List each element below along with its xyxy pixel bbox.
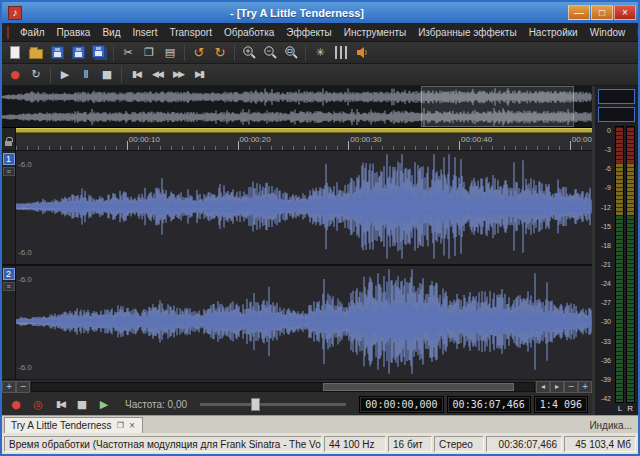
pause-button[interactable]: Ⅱ	[76, 66, 96, 84]
horizontal-scrollbar[interactable]	[31, 382, 535, 392]
menu-item-4[interactable]: Transport	[163, 25, 217, 40]
channel-2-menu-icon[interactable]: ≡	[3, 282, 15, 291]
play-icon: ▶	[61, 69, 69, 80]
level-meter-panel: 0-3-6-9-12-15-18-21-24-27-30-33-36-39-42…	[592, 86, 638, 415]
go-to-start-control-button[interactable]: ▮◀	[50, 395, 70, 413]
record-button[interactable]: ●	[5, 66, 25, 84]
play-icon: ▶	[100, 399, 108, 410]
speaker-icon	[355, 45, 370, 60]
meter-channel-box-1[interactable]	[598, 89, 635, 104]
menu-item-10[interactable]: Window	[584, 25, 632, 40]
frequency-slider[interactable]	[200, 403, 346, 406]
cut-button[interactable]: ✂	[118, 44, 138, 62]
undo-button[interactable]: ↺	[189, 44, 209, 62]
lock-icon[interactable]	[5, 141, 12, 146]
channel-1-wave-area[interactable]: -6.0 -∞ -6.0	[16, 151, 592, 264]
menu-item-7[interactable]: Инструменты	[338, 25, 412, 40]
minimize-button[interactable]: —	[568, 5, 590, 20]
meter-panel-tab[interactable]: Индика...	[589, 420, 636, 433]
menu-item-2[interactable]: Вид	[96, 25, 126, 40]
mixer-button[interactable]	[331, 44, 351, 62]
meter-channel-box-2[interactable]	[598, 107, 635, 122]
time-ruler[interactable]: 00:00:1000:00:2000:00:3000:00:4000:00:50	[2, 133, 592, 151]
channel-1: 1 ≡ -6.0 -∞ -6.0	[2, 151, 592, 264]
go-to-start-button[interactable]: ▮◀	[126, 66, 146, 84]
stop-button[interactable]: ■	[97, 66, 117, 84]
channel-1-badge[interactable]: 1	[3, 153, 15, 165]
zoom-in-small-button[interactable]: +	[2, 381, 16, 393]
menu-item-1[interactable]: Правка	[51, 25, 97, 40]
overview-view-window[interactable]	[421, 86, 574, 127]
stop-control-button[interactable]: ■	[72, 395, 92, 413]
channels-container: 1 ≡ -6.0 -∞ -6.0 2 ≡	[2, 151, 592, 379]
frequency-slider-handle[interactable]	[251, 398, 260, 411]
go-to-start-icon: ▮◀	[132, 70, 140, 79]
zoom-in-h-button[interactable]: +	[578, 381, 592, 393]
document-icon[interactable]	[7, 26, 9, 39]
properties-button[interactable]: ✳	[310, 44, 330, 62]
zoom-out-small-button[interactable]: −	[16, 381, 30, 393]
scroll-right-button[interactable]: ▸	[550, 381, 564, 393]
save-all-icon	[92, 45, 105, 58]
menu-item-9[interactable]: Настройки	[523, 25, 584, 40]
horizontal-scrollbar-row: + − ◂ ▸ − +	[2, 379, 592, 393]
save-as-icon	[72, 46, 85, 59]
meter-db-value: -27	[601, 299, 611, 306]
toolbar-separator	[305, 45, 306, 61]
meter-db-value: -12	[601, 204, 611, 211]
save-all-button[interactable]	[89, 44, 109, 62]
meter-db-value: -39	[601, 376, 611, 383]
open-folder-icon	[29, 49, 43, 59]
menu-item-11[interactable]: Help	[631, 25, 640, 40]
tab-close-icon[interactable]: ×	[129, 421, 136, 430]
waveform-editor: 00:00:1000:00:2000:00:3000:00:4000:00:50…	[2, 86, 592, 415]
db-label-mid: -∞	[18, 319, 26, 328]
ruler-time-label: 00:00:40	[461, 135, 492, 144]
menu-item-8[interactable]: Избранные эффекты	[412, 25, 522, 40]
scrollbar-thumb[interactable]	[323, 383, 514, 391]
zoom-in-button[interactable]	[239, 44, 259, 62]
copy-button[interactable]: ❐	[139, 44, 159, 62]
tab-restore-icon[interactable]: ❐	[117, 421, 124, 430]
redo-button[interactable]: ↻	[210, 44, 230, 62]
rewind-button[interactable]: ◀◀	[147, 66, 167, 84]
zoom-out-button[interactable]	[260, 44, 280, 62]
save-button[interactable]	[47, 44, 67, 62]
overview-strip[interactable]	[2, 86, 592, 128]
menu-item-0[interactable]: Файл	[14, 25, 51, 40]
db-label-bottom: -6.0	[18, 363, 32, 372]
channel-2-wave-area[interactable]: -6.0 -∞ -6.0	[16, 266, 592, 379]
menu-item-3[interactable]: Insert	[126, 25, 163, 40]
forward-button[interactable]: ▶▶	[168, 66, 188, 84]
zoom-selection-button[interactable]	[281, 44, 301, 62]
paste-button[interactable]: ▤	[160, 44, 180, 62]
scroll-left-button[interactable]: ◂	[536, 381, 550, 393]
play-button[interactable]: ▶	[55, 66, 75, 84]
record-remote-control-button[interactable]: ◎	[28, 395, 48, 413]
ruler-scale[interactable]: 00:00:1000:00:2000:00:3000:00:4000:00:50	[16, 133, 592, 150]
document-tab[interactable]: Try A Little Tenderness ❐ ×	[4, 417, 143, 433]
close-button[interactable]: ×	[614, 5, 636, 20]
maximize-button[interactable]: □	[591, 5, 613, 20]
channel-2-badge[interactable]: 2	[3, 268, 15, 280]
go-to-start-icon: ▮◀	[56, 400, 64, 409]
position-display: 00:00:00,000	[359, 396, 443, 413]
app-window: ♪ - [Try A Little Tenderness] — □ × Файл…	[0, 0, 640, 456]
app-icon: ♪	[8, 6, 22, 20]
play-device-button[interactable]	[352, 44, 372, 62]
play-control-button[interactable]: ▶	[94, 395, 114, 413]
menu-item-5[interactable]: Обработка	[218, 25, 280, 40]
record-control-button[interactable]: ●	[6, 395, 26, 413]
loop-playback-button[interactable]: ↻	[26, 66, 46, 84]
open-file-button[interactable]	[26, 44, 46, 62]
new-file-button[interactable]	[5, 44, 25, 62]
undo-icon: ↺	[194, 46, 205, 59]
save-as-button[interactable]	[68, 44, 88, 62]
menu-item-6[interactable]: Эффекты	[280, 25, 337, 40]
ruler-major-tick	[570, 141, 571, 150]
channel-1-menu-icon[interactable]: ≡	[3, 167, 15, 176]
go-to-end-button[interactable]: ▶▮	[189, 66, 209, 84]
go-to-end-icon: ▶▮	[195, 70, 203, 79]
title-bar: ♪ - [Try A Little Tenderness] — □ ×	[2, 2, 638, 23]
zoom-out-h-button[interactable]: −	[564, 381, 578, 393]
